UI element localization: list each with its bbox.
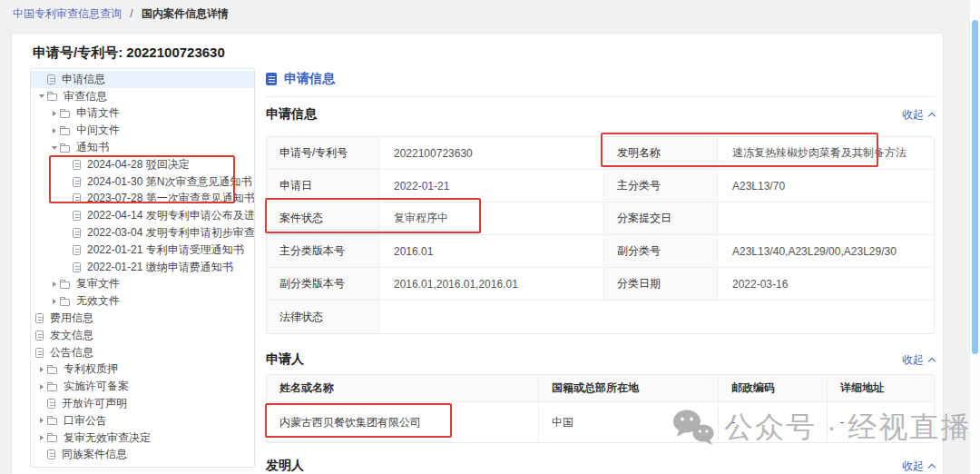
column-header: 详细地址 (828, 375, 934, 402)
folder-icon (47, 367, 57, 374)
collapse-application-button[interactable]: 收起 (902, 107, 935, 123)
section-title: 发明人 (266, 458, 304, 474)
sidebar-item-acceptance-notice[interactable]: 2022-01-21 专利申请受理通知书 (31, 242, 254, 259)
sidebar-item-label: 发文信息 (50, 328, 93, 343)
main-content: 申请信息 申请信息 收起 申请号/专利号 2022100723630 发明名称 … (266, 69, 935, 474)
breadcrumb-home-link[interactable]: 中国专利审查信息查询 (13, 7, 122, 20)
sidebar-item-label: 口审公告 (64, 413, 107, 429)
sidebar-item-invalidation-files[interactable]: 无效文件 (31, 292, 254, 310)
folder-icon (60, 128, 70, 135)
section-application-header: 申请信息 收起 (266, 105, 935, 123)
sidebar-item-label: 无效文件 (76, 293, 120, 309)
caret-down-icon[interactable] (48, 146, 60, 150)
chevron-up-icon (928, 463, 936, 470)
file-icon (73, 160, 81, 170)
sidebar-item-license-record[interactable]: 实施许可备案 (31, 378, 254, 395)
panel-header-label: 申请信息 (284, 71, 335, 87)
field-value: 速冻复热辣椒炒肉菜肴及其制备方法 (718, 137, 934, 170)
sidebar-item-nth-office-action[interactable]: 2024-01-30 第N次审查意见通知书 (31, 173, 254, 191)
sidebar-item-first-office-action[interactable]: 2023-07-28 第一次审查意见通知书 (31, 191, 254, 208)
folder-icon (47, 435, 57, 442)
sidebar-item-label: 审查信息 (64, 89, 107, 104)
sidebar-item-application-info[interactable]: 申请信息 (31, 71, 254, 88)
caret-right-icon[interactable] (35, 367, 47, 372)
page-scrollbar-track[interactable] (970, 0, 980, 474)
sidebar-item-examination-info[interactable]: 审查信息 (31, 88, 254, 105)
file-icon (73, 228, 81, 238)
field-value: 2016.01 (379, 235, 604, 268)
field-value (379, 301, 934, 333)
folder-icon (47, 94, 57, 101)
section-title: 申请人 (266, 351, 304, 368)
sidebar-item-patent-family-info[interactable]: 同族案件信息 (31, 447, 254, 464)
file-icon (35, 348, 44, 358)
section-inventor-header: 发明人 收起 (266, 457, 935, 474)
sidebar-item-application-files[interactable]: 申请文件 (31, 105, 254, 123)
field-label: 主分类号 (604, 170, 718, 202)
sidebar-item-open-license-statement[interactable]: 开放许可声明 (31, 395, 254, 412)
section-applicant-header: 申请人 收起 (266, 351, 935, 369)
file-icon (73, 193, 81, 203)
sidebar-item-label: 中间文件 (76, 123, 120, 138)
sidebar-item-fee-info[interactable]: 费用信息 (31, 310, 254, 327)
sidebar-item-rejection-decision[interactable]: 2024-04-28 驳回决定 (31, 156, 254, 173)
sidebar-item-oral-hearing-notice[interactable]: 口审公告 (31, 412, 254, 430)
collapse-inventor-button[interactable]: 收起 (902, 459, 935, 474)
sidebar-item-correspondence-info[interactable]: 发文信息 (31, 327, 254, 344)
sidebar-item-label: 2024-01-30 第N次审查意见通知书 (87, 174, 251, 190)
sidebar-item-announcement-info[interactable]: 公告信息 (31, 344, 254, 361)
folder-icon (60, 299, 70, 306)
caret-right-icon[interactable] (48, 111, 60, 116)
file-icon (73, 177, 81, 187)
field-value: 复审程序中 (379, 202, 604, 235)
folder-icon (60, 281, 70, 289)
sidebar-item-patent-pledge[interactable]: 专利权质押 (31, 361, 254, 379)
sidebar-item-label: 2024-04-28 驳回决定 (87, 157, 190, 173)
sidebar-item-label: 实施许可备案 (64, 379, 129, 394)
sidebar-item-label: 开放许可声明 (62, 396, 127, 411)
field-label: 副分类版本号 (267, 268, 379, 301)
caret-right-icon[interactable] (35, 418, 47, 423)
applicant-nationality-cell: 中国 (539, 402, 719, 442)
sidebar-item-label: 公告信息 (50, 345, 93, 360)
sidebar-item-label: 2022-04-14 发明专利申请公布及进入实质审 (87, 208, 254, 223)
file-icon (35, 313, 44, 323)
caret-right-icon[interactable] (48, 128, 60, 133)
application-info-table: 申请号/专利号 2022100723630 发明名称 速冻复热辣椒炒肉菜肴及其制… (266, 136, 935, 334)
sidebar-item-label: 费用信息 (50, 311, 93, 326)
collapse-applicant-button[interactable]: 收起 (902, 352, 935, 368)
sidebar-item-reexamination-files[interactable]: 复审文件 (31, 276, 254, 293)
caret-right-icon[interactable] (35, 435, 47, 440)
sidebar-item-label: 通知书 (76, 140, 109, 155)
column-header: 邮政编码 (719, 375, 828, 402)
sidebar-item-notifications[interactable]: 通知书 (31, 139, 254, 156)
folder-icon (47, 418, 57, 425)
chevron-up-icon (928, 357, 936, 364)
caret-right-icon[interactable] (48, 281, 60, 287)
breadcrumb-current: 国内案件信息详情 (142, 7, 229, 20)
breadcrumb: 中国专利审查信息查询 / 国内案件信息详情 (13, 6, 229, 22)
sidebar-item-reexam-invalidation-decision[interactable]: 复审无效审查决定 (31, 430, 254, 447)
sidebar-item-publication-notice[interactable]: 2022-04-14 发明专利申请公布及进入实质审 (31, 207, 254, 224)
file-icon (47, 74, 55, 84)
field-label: 案件状态 (267, 202, 379, 235)
breadcrumb-separator: / (130, 7, 132, 20)
sidebar-item-preliminary-exam-notice[interactable]: 2022-03-04 发明专利申请初步审查合格通知 (31, 224, 254, 242)
page-scrollbar-thumb[interactable] (972, 20, 978, 354)
sidebar-item-label: 2022-01-21 专利申请受理通知书 (87, 242, 244, 258)
file-icon (73, 262, 81, 272)
caret-right-icon[interactable] (35, 384, 47, 390)
applicant-table: 姓名或名称 国籍或总部所在地 邮政编码 详细地址 内蒙古西贝餐饮集团有限公司 中… (266, 374, 935, 443)
sidebar-item-intermediate-files[interactable]: 中间文件 (31, 122, 254, 139)
sidebar-item-fee-payment-notice[interactable]: 2022-01-21 缴纳申请费通知书 (31, 259, 254, 276)
sidebar-item-label: 申请信息 (62, 72, 105, 87)
caret-right-icon[interactable] (48, 299, 60, 304)
caret-down-icon[interactable] (35, 94, 47, 98)
field-value: A23L13/70 (718, 170, 934, 202)
field-label: 申请日 (267, 170, 379, 202)
field-label: 分案提交日 (604, 202, 718, 235)
field-value: 2022100723630 (379, 137, 604, 170)
column-header: 国籍或总部所在地 (539, 375, 719, 402)
field-label: 分类日期 (604, 268, 718, 301)
file-icon (73, 211, 81, 221)
